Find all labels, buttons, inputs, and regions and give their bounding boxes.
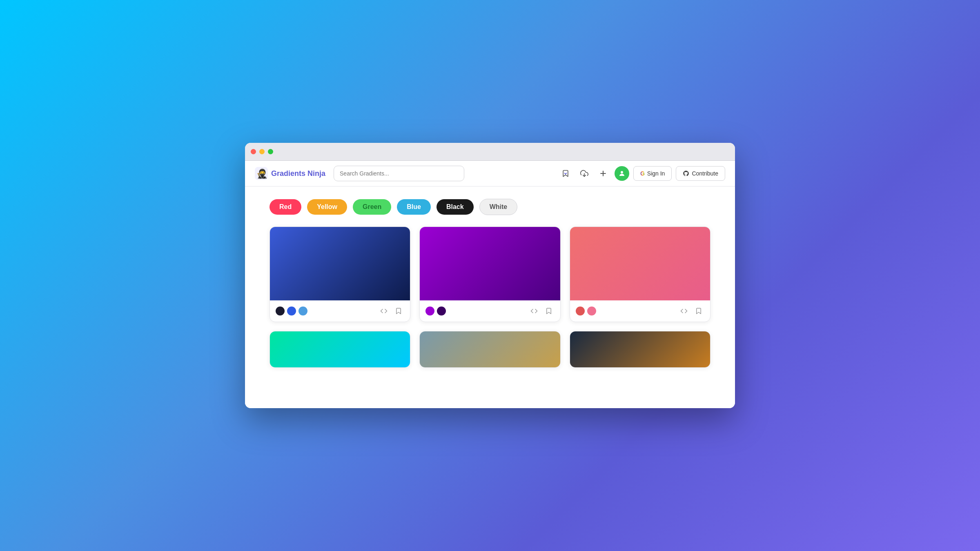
main-content: Red Yellow Green Blue Black White <box>245 187 735 380</box>
bookmark-icon-3 <box>695 307 702 315</box>
color-dot-1a[interactable] <box>276 307 285 315</box>
card-footer-3 <box>570 300 710 322</box>
browser-content: 🥷 Gradients Ninja <box>245 161 735 408</box>
gradient-preview-1[interactable] <box>270 227 410 300</box>
svg-point-5 <box>621 171 623 173</box>
logo-text: Gradients Ninja <box>271 169 325 178</box>
filter-white[interactable]: White <box>479 199 518 215</box>
maximize-dot[interactable] <box>268 149 273 154</box>
gradient-preview-2[interactable] <box>420 227 560 300</box>
bookmark-icon-2 <box>545 307 552 315</box>
filter-green[interactable]: Green <box>353 199 391 215</box>
partial-gradient-row <box>270 331 710 368</box>
filter-black[interactable]: Black <box>437 199 474 215</box>
sign-in-button[interactable]: G Sign In <box>633 166 672 181</box>
gradient-card-3 <box>570 227 710 322</box>
svg-text:🥷: 🥷 <box>256 168 268 179</box>
navbar: 🥷 Gradients Ninja <box>245 161 735 187</box>
save-button-1[interactable] <box>393 305 404 317</box>
code-icon-1 <box>380 307 388 315</box>
filter-row: Red Yellow Green Blue Black White <box>270 199 710 215</box>
gradient-preview-5[interactable] <box>420 331 560 368</box>
bookmarks-button[interactable] <box>558 166 573 181</box>
gradient-card-5 <box>419 331 560 368</box>
nav-icons: G Sign In Contribute <box>558 166 725 181</box>
code-button-3[interactable] <box>678 305 690 317</box>
gradient-preview-3[interactable] <box>570 227 710 300</box>
gradient-card-4 <box>270 331 410 368</box>
gradient-card-6 <box>570 331 710 368</box>
code-icon-3 <box>680 307 688 315</box>
gradient-card-2 <box>419 227 560 322</box>
gradient-preview-4[interactable] <box>270 331 410 368</box>
minimize-dot[interactable] <box>259 149 265 154</box>
code-button-2[interactable] <box>528 305 540 317</box>
code-button-1[interactable] <box>378 305 390 317</box>
contribute-button[interactable]: Contribute <box>676 166 725 181</box>
card-footer-2 <box>420 300 560 322</box>
gradient-grid <box>270 227 710 322</box>
sign-in-label: Sign In <box>647 170 665 177</box>
user-avatar-button[interactable] <box>615 166 629 181</box>
google-g-icon: G <box>640 170 645 177</box>
card-actions-3 <box>678 305 704 317</box>
card-actions-2 <box>528 305 555 317</box>
logo-icon: 🥷 <box>255 167 268 180</box>
close-dot[interactable] <box>251 149 256 154</box>
color-dot-2b[interactable] <box>437 307 446 315</box>
color-dot-3b[interactable] <box>587 307 596 315</box>
titlebar <box>245 143 735 161</box>
logo-area[interactable]: 🥷 Gradients Ninja <box>255 167 325 180</box>
color-dot-2a[interactable] <box>425 307 434 315</box>
github-icon <box>683 170 689 177</box>
contribute-label: Contribute <box>692 170 718 177</box>
card-actions-1 <box>378 305 404 317</box>
download-button[interactable] <box>577 166 592 181</box>
filter-red[interactable]: Red <box>270 199 301 215</box>
gradient-card-1 <box>270 227 410 322</box>
color-dot-3a[interactable] <box>576 307 585 315</box>
save-button-3[interactable] <box>693 305 704 317</box>
bookmark-icon <box>561 169 570 178</box>
save-button-2[interactable] <box>543 305 555 317</box>
search-input[interactable] <box>334 166 464 181</box>
color-dot-1b[interactable] <box>287 307 296 315</box>
plus-icon <box>599 169 607 178</box>
color-dot-1c[interactable] <box>298 307 307 315</box>
download-icon <box>580 169 588 178</box>
filter-yellow[interactable]: Yellow <box>307 199 347 215</box>
browser-window: 🥷 Gradients Ninja <box>245 143 735 408</box>
bookmark-icon-1 <box>395 307 402 315</box>
user-icon <box>618 170 626 177</box>
gradient-preview-6[interactable] <box>570 331 710 368</box>
filter-blue[interactable]: Blue <box>397 199 431 215</box>
add-button[interactable] <box>596 166 610 181</box>
card-footer-1 <box>270 300 410 322</box>
code-icon-2 <box>530 307 538 315</box>
